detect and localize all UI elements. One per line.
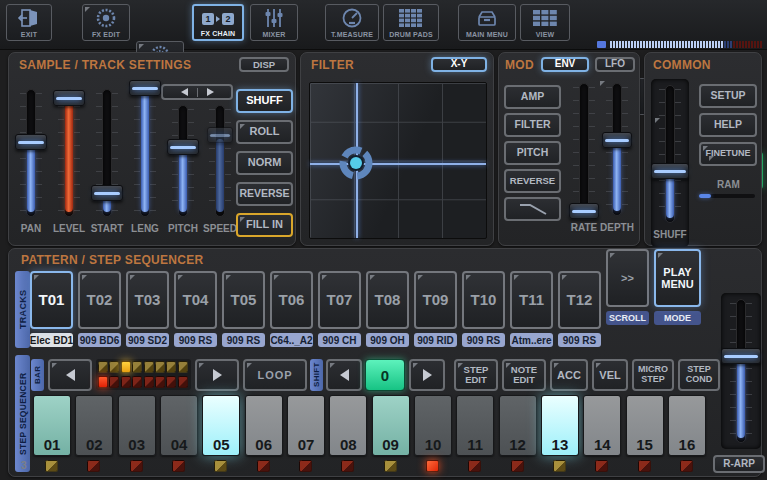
bar-next-button[interactable] — [195, 359, 239, 391]
finetune-button[interactable]: FINETUNE — [699, 142, 757, 166]
track-button-t07[interactable]: T07 — [318, 271, 361, 329]
step-14[interactable]: 14 — [583, 395, 621, 456]
meter-segment — [610, 41, 612, 48]
slider-track[interactable] — [569, 81, 599, 218]
mod-envelope-shape-button[interactable] — [504, 197, 561, 221]
pitch-slider[interactable]: PITCH — [167, 103, 199, 237]
track-button-t11[interactable]: T11 — [510, 271, 553, 329]
track-button-t09[interactable]: T09 — [414, 271, 457, 329]
track-button-t01[interactable]: T01 — [30, 271, 73, 329]
track-scroll-button[interactable]: >> — [606, 249, 649, 307]
track-button-t08[interactable]: T08 — [366, 271, 409, 329]
track-button-t10[interactable]: T10 — [462, 271, 505, 329]
start-slider[interactable]: START — [91, 87, 123, 237]
track-button-t03[interactable]: T03 — [126, 271, 169, 329]
slider-track[interactable] — [602, 81, 632, 218]
note-edit-button[interactable]: NOTE EDIT — [502, 359, 546, 391]
step-04[interactable]: 04 — [160, 395, 198, 456]
fx-chain-button[interactable]: 1 2 FX CHAIN — [192, 4, 244, 41]
vel-label: VEL — [599, 369, 620, 381]
xy-cursor-knob[interactable] — [337, 144, 375, 182]
acc-button[interactable]: ACC — [550, 359, 588, 391]
step-cond-button[interactable]: STEP COND — [678, 359, 720, 391]
drum-pads-button[interactable]: DRUM PADS — [383, 4, 439, 41]
slider-handle[interactable] — [651, 163, 689, 179]
norm-button[interactable]: NORM — [236, 151, 293, 175]
step-10[interactable]: 10 — [414, 395, 452, 456]
slider-handle[interactable] — [602, 132, 632, 148]
rate-slider[interactable]: RATE — [569, 81, 599, 236]
step-05[interactable]: 05 — [202, 395, 240, 456]
slider-track[interactable] — [207, 103, 233, 219]
xy-mode-button[interactable]: X-Y — [431, 57, 487, 72]
depth-slider[interactable]: DEPTH — [602, 81, 632, 236]
slider-track[interactable] — [129, 87, 161, 219]
slider-handle[interactable] — [167, 139, 199, 155]
t-measure-button[interactable]: T.MEASURE — [325, 4, 379, 41]
step-03[interactable]: 03 — [118, 395, 156, 456]
track-button-t12[interactable]: T12 — [558, 271, 601, 329]
slider-track[interactable] — [91, 87, 123, 219]
slider-handle[interactable] — [721, 348, 761, 364]
track-button-t06[interactable]: T06 — [270, 271, 313, 329]
slider-track[interactable] — [15, 87, 47, 219]
bar-prev-button[interactable] — [48, 359, 92, 391]
exit-button[interactable]: EXIT — [6, 4, 52, 41]
leng-slider[interactable]: LENG — [129, 87, 161, 237]
slider-handle[interactable] — [129, 80, 161, 96]
disp-button[interactable]: DISP — [239, 57, 289, 72]
slider-handle[interactable] — [53, 90, 85, 106]
fill-in-button[interactable]: FILL IN — [236, 213, 293, 237]
step-08[interactable]: 08 — [329, 395, 367, 456]
step-07[interactable]: 07 — [287, 395, 325, 456]
shuff-button[interactable]: SHUFF — [236, 89, 293, 113]
roll-button[interactable]: ROLL — [236, 120, 293, 144]
slider-track[interactable] — [53, 87, 85, 219]
view-button[interactable]: VIEW — [520, 4, 570, 41]
play-menu-button[interactable]: PLAY MENU — [654, 249, 701, 307]
slider-track[interactable] — [651, 83, 689, 225]
step-02[interactable]: 02 — [75, 395, 113, 456]
step-edit-button[interactable]: STEP EDIT — [454, 359, 498, 391]
step-15[interactable]: 15 — [626, 395, 664, 456]
slider-track[interactable] — [167, 103, 199, 219]
shift-left-button[interactable] — [326, 359, 362, 391]
step-01[interactable]: 01 — [33, 395, 71, 456]
help-button[interactable]: HELP — [699, 113, 757, 137]
shift-right-button[interactable] — [409, 359, 445, 391]
common-shuff-slider[interactable]: SHUFF — [651, 79, 689, 247]
track-button-t04[interactable]: T04 — [174, 271, 217, 329]
lfo-tab[interactable]: LFO — [595, 57, 635, 72]
meter-segment — [640, 41, 642, 48]
step-13[interactable]: 13 — [541, 395, 579, 456]
step-06[interactable]: 06 — [245, 395, 283, 456]
slider-handle[interactable] — [15, 134, 47, 150]
micro-step-button[interactable]: MICRO STEP — [632, 359, 674, 391]
mixer-button[interactable]: MIXER — [250, 4, 298, 41]
mod-filter-button[interactable]: FILTER — [504, 113, 561, 137]
track-button-t05[interactable]: T05 — [222, 271, 265, 329]
reverse-button[interactable]: REVERSE — [236, 182, 293, 206]
step-12[interactable]: 12 — [499, 395, 537, 456]
speed-slider[interactable]: SPEED — [207, 103, 233, 237]
main-menu-button[interactable]: MAIN MENU — [458, 4, 516, 41]
slider-handle[interactable] — [569, 203, 599, 219]
step-09[interactable]: 09 — [372, 395, 410, 456]
setup-button[interactable]: SETUP — [699, 84, 757, 108]
fx-edit-button[interactable]: FX EDIT — [82, 4, 130, 41]
mod-amp-button[interactable]: AMP — [504, 85, 561, 109]
env-tab[interactable]: ENV — [541, 57, 589, 72]
filter-xy-pad[interactable] — [309, 82, 487, 239]
vel-button[interactable]: VEL — [592, 359, 628, 391]
level-slider[interactable]: LEVEL — [53, 87, 85, 237]
mod-pitch-button[interactable]: PITCH — [504, 141, 561, 165]
step-11[interactable]: 11 — [456, 395, 494, 456]
pan-slider[interactable]: PAN — [15, 87, 47, 237]
step-16[interactable]: 16 — [668, 395, 706, 456]
slider-handle[interactable] — [207, 127, 233, 143]
loop-button[interactable]: LOOP — [243, 359, 307, 391]
track-button-t02[interactable]: T02 — [78, 271, 121, 329]
mod-reverse-button[interactable]: REVERSE — [504, 169, 561, 193]
slider-handle[interactable] — [91, 185, 123, 201]
sample-prev-next-button[interactable] — [161, 84, 233, 100]
